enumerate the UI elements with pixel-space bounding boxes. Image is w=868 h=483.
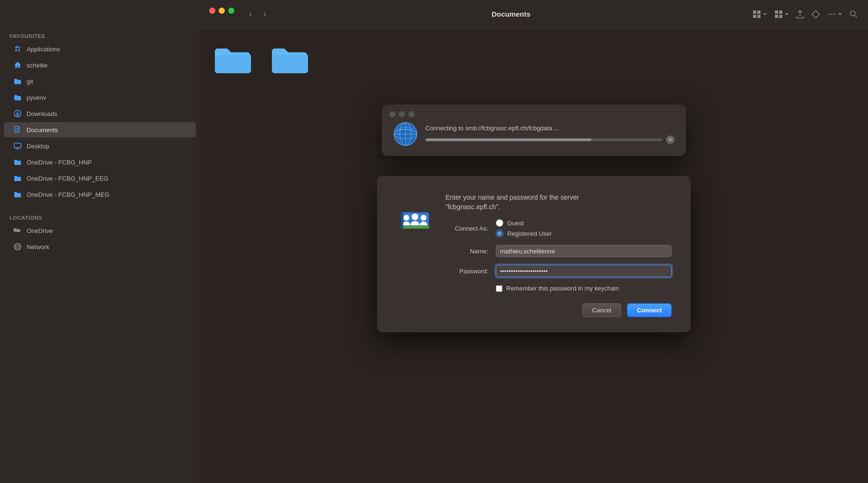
svg-rect-13 — [753, 10, 756, 14]
connecting-close[interactable] — [389, 111, 395, 117]
auth-dialog-inner: Enter your name and password for the ser… — [396, 193, 672, 292]
connect-button[interactable]: Connect — [627, 303, 672, 317]
password-label: Password: — [445, 268, 488, 275]
folder-item-1[interactable] — [214, 43, 252, 75]
svg-rect-14 — [757, 10, 761, 14]
sidebar-item-scheltie[interactable]: scheltie — [4, 58, 196, 73]
svg-rect-15 — [753, 15, 756, 18]
page-title: Documents — [278, 10, 744, 18]
sidebar-item-onedrive-label: OneDrive — [27, 227, 53, 234]
connecting-maximize[interactable] — [408, 111, 415, 117]
registered-user-radio[interactable] — [496, 230, 503, 237]
sidebar-item-network[interactable]: Network — [4, 239, 196, 254]
close-button[interactable] — [209, 8, 215, 14]
svg-rect-36 — [401, 225, 429, 229]
guest-radio-row: Guest — [496, 219, 552, 227]
remember-checkbox[interactable] — [496, 285, 502, 292]
sidebar-item-applications[interactable]: Applications — [4, 41, 196, 57]
svg-point-25 — [850, 11, 855, 16]
maximize-button[interactable] — [228, 8, 234, 14]
sidebar-item-git-label: git — [27, 78, 33, 85]
minimize-button[interactable] — [219, 8, 225, 14]
server-icon — [396, 193, 434, 231]
sidebar-item-network-label: Network — [27, 243, 49, 251]
progress-bar — [425, 138, 662, 141]
back-button[interactable]: ‹ — [245, 7, 256, 21]
folder-grid — [214, 43, 854, 75]
sidebar-item-documents-label: Documents — [27, 126, 58, 134]
more-button[interactable] — [827, 10, 842, 19]
toolbar-actions — [752, 10, 858, 19]
group-view-button[interactable] — [774, 10, 789, 19]
sidebar-item-desktop-label: Desktop — [27, 143, 49, 150]
progress-cancel-button[interactable] — [666, 135, 675, 144]
auth-form: Enter your name and password for the ser… — [445, 193, 672, 292]
svg-rect-18 — [779, 10, 782, 14]
sidebar-item-downloads[interactable]: Downloads — [4, 106, 196, 121]
content-area: Connecting to smb://fcbgnasc.epfl.ch/fcb… — [200, 29, 868, 483]
connecting-text: Connecting to smb://fcbgnasc.epfl.ch/fcb… — [425, 125, 675, 132]
svg-rect-17 — [775, 10, 778, 14]
folder-icon-1 — [214, 43, 252, 75]
remember-checkbox-row: Remember this password in my keychain — [445, 285, 672, 292]
svg-point-22 — [829, 13, 830, 15]
folder-icon-2 — [271, 43, 309, 75]
progress-bar-container — [425, 135, 675, 144]
download-icon — [13, 109, 22, 118]
folder-icon-git — [13, 77, 22, 86]
sidebar-item-onedrive-hnp[interactable]: OneDrive - FCBG_HNP — [4, 155, 196, 170]
svg-rect-19 — [775, 15, 778, 18]
connecting-minimize[interactable] — [399, 111, 405, 117]
sidebar-item-documents[interactable]: Documents — [4, 122, 196, 137]
svg-rect-40 — [401, 212, 403, 229]
sidebar-item-pyvenv-label: pyvenv — [27, 94, 46, 101]
auth-dialog: Enter your name and password for the ser… — [377, 176, 691, 332]
name-input[interactable] — [496, 245, 672, 257]
forward-button[interactable]: › — [260, 7, 270, 21]
guest-radio-label: Guest — [507, 220, 524, 227]
sidebar-item-pyvenv[interactable]: pyvenv — [4, 90, 196, 105]
svg-rect-4 — [14, 143, 21, 148]
connect-as-row: Connect As: Guest Registered User — [445, 219, 672, 237]
folder-item-2[interactable] — [271, 43, 309, 75]
sidebar-item-onedrive-hnp-meg[interactable]: OneDrive - FCBG_HNP_MEG — [4, 187, 196, 202]
main-area: ‹ › Documents — [200, 0, 868, 483]
tag-button[interactable] — [811, 10, 820, 19]
doc-icon — [13, 126, 22, 134]
svg-point-23 — [831, 13, 833, 15]
network-icon — [13, 242, 22, 251]
svg-rect-16 — [757, 15, 761, 18]
registered-user-radio-label: Registered User — [507, 230, 552, 237]
window-traffic-lights — [200, 0, 244, 21]
sidebar-item-git[interactable]: git — [4, 74, 196, 89]
svg-line-26 — [855, 15, 857, 18]
sidebar-item-onedrive-hnp-eeg[interactable]: OneDrive - FCBG_HNP_EEG — [4, 171, 196, 186]
connect-as-label: Connect As: — [445, 225, 488, 232]
folder-icon-pyvenv — [13, 93, 22, 102]
connecting-text-area: Connecting to smb://fcbgnasc.epfl.ch/fcb… — [425, 125, 675, 144]
name-field-row: Name: — [445, 245, 672, 257]
svg-point-39 — [421, 215, 426, 221]
svg-marker-21 — [812, 10, 820, 18]
toolbar: ‹ › Documents — [200, 0, 868, 29]
progress-bar-fill — [425, 138, 591, 141]
cloud-icon — [13, 226, 22, 235]
sidebar-item-onedrive-hnp-meg-label: OneDrive - FCBG_HNP_MEG — [27, 191, 109, 198]
sidebar-item-scheltie-label: scheltie — [27, 62, 48, 69]
grid-view-button[interactable] — [752, 10, 767, 19]
app-icon — [13, 45, 22, 53]
password-input[interactable] — [496, 265, 672, 277]
sidebar-item-desktop[interactable]: Desktop — [4, 138, 196, 154]
sidebar-item-downloads-label: Downloads — [27, 110, 57, 117]
sidebar-item-applications-label: Applications — [27, 46, 60, 53]
sidebar: Favourites Applications scheltie git — [0, 0, 200, 483]
sidebar-item-onedrive-location[interactable]: OneDrive — [4, 223, 196, 238]
cancel-button[interactable]: Cancel — [582, 303, 621, 317]
remember-checkbox-label: Remember this password in my keychain — [506, 285, 619, 292]
search-button[interactable] — [849, 10, 858, 19]
guest-radio[interactable] — [496, 219, 503, 227]
share-button[interactable] — [796, 10, 804, 19]
nav-buttons: ‹ › — [245, 7, 270, 21]
connecting-dialog: Connecting to smb://fcbgnasc.epfl.ch/fcb… — [382, 105, 686, 156]
radio-group: Guest Registered User — [496, 219, 552, 237]
